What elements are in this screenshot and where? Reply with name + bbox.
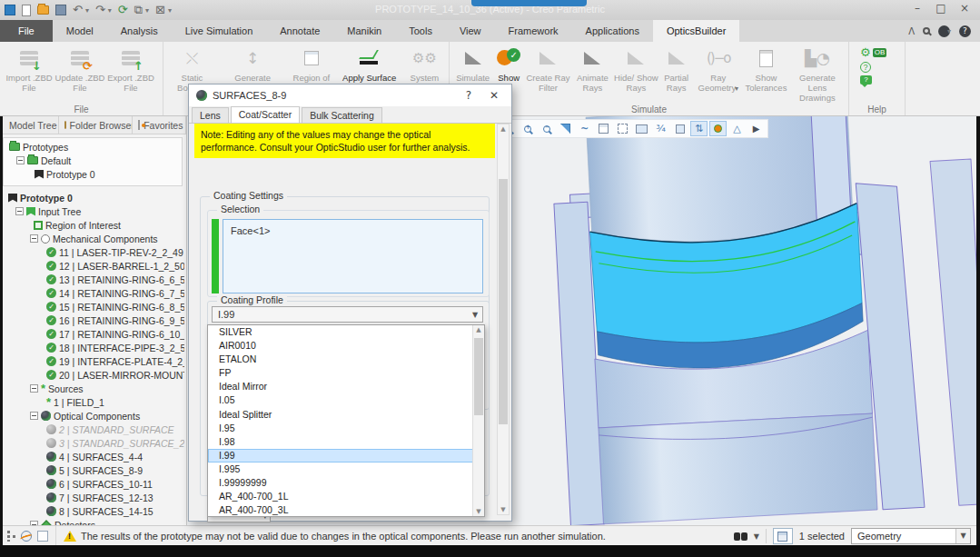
generate-lens-drawings-button[interactable]: ▙◔ Generate Lens Drawings <box>790 44 845 103</box>
tree-item[interactable]: 13 | RETAINING-RING-6_6_51 <box>3 273 184 286</box>
tab-tools[interactable]: Tools <box>395 20 446 42</box>
dropdown-item[interactable]: AIR0010 <box>208 339 484 353</box>
refit-icon[interactable] <box>557 121 574 136</box>
dropdown-item[interactable]: I.99999999 <box>208 476 484 490</box>
undo-dropdown-icon[interactable]: ▾ <box>85 6 89 15</box>
tab-folder-browser[interactable]: Folder Browser <box>59 116 134 134</box>
dropdown-item-selected[interactable]: I.99 <box>208 449 484 463</box>
tree-item[interactable]: 16 | RETAINING-RING-6_9_54 <box>3 313 184 327</box>
repaint-icon[interactable]: ~ <box>576 121 593 136</box>
tree-item[interactable]: 15 | RETAINING-RING-6_8_53 <box>3 300 184 313</box>
selection-filter-button[interactable] <box>773 528 793 544</box>
animate-rays-button[interactable]: Animate Rays <box>571 44 614 93</box>
tree-item[interactable]: 4 | SURFACES_4-4 <box>3 450 184 463</box>
dropdown-item[interactable]: Ideal Mirror <box>208 380 484 393</box>
dropdown-item[interactable]: Ideal Splitter <box>208 408 484 422</box>
zoom-out-icon[interactable]: − <box>538 121 555 136</box>
tree-item[interactable]: 17 | RETAINING-RING-6_10_55 <box>3 327 184 341</box>
tree-item[interactable]: 18 | INTERFACE-PIPE-3_2_56 <box>3 341 184 354</box>
tree-item[interactable]: 11 | LASER-TIP-REV-2_2_49 <box>3 245 184 259</box>
tree-item[interactable]: Input Tree <box>3 204 184 218</box>
tab-coat-scatter[interactable]: Coat/Scatter <box>231 106 300 123</box>
tab-file[interactable]: File <box>0 20 53 42</box>
tree-item[interactable]: 12 | LASER-BARREL-1_2_50 <box>3 259 184 273</box>
tree-item[interactable]: 6 | SURFACES_10-11 <box>3 477 184 491</box>
chevron-down-icon[interactable]: ▼ <box>955 529 970 543</box>
browser-icon[interactable] <box>21 531 32 542</box>
search-icon[interactable] <box>923 27 930 35</box>
tree-item-prototype0[interactable]: Prototype 0 <box>4 167 182 181</box>
tab-favorites[interactable]: Favorites <box>133 116 186 134</box>
create-ray-filter-button[interactable]: Create Ray Filter <box>525 44 571 93</box>
apply-surface-button[interactable]: Apply Surface <box>334 44 404 83</box>
tree-item[interactable]: Region of Interest <box>3 218 184 232</box>
dropdown-item[interactable]: FP <box>208 366 484 380</box>
maximize-button[interactable]: □ <box>929 0 953 18</box>
export-zbd-button[interactable]: ↑ Export .ZBD File <box>105 44 156 93</box>
close-window-icon[interactable]: ⊠ <box>155 3 165 17</box>
session-dropdown-icon[interactable]: ▾ <box>947 27 951 35</box>
tree-item[interactable]: Prototype 0 <box>3 191 184 204</box>
dropdown-item[interactable]: I.95 <box>208 422 484 435</box>
feedback-bubble-icon[interactable]: ? <box>860 75 872 85</box>
redo-icon[interactable]: ↷ <box>95 3 105 17</box>
tab-framework[interactable]: Framework <box>495 20 572 42</box>
tree-item[interactable]: *1 | FIELD_1 <box>3 395 184 409</box>
import-zbd-button[interactable]: ↓ Import .ZBD File <box>4 44 54 93</box>
dropdown-item[interactable]: SILVER <box>208 325 484 339</box>
collapse-ribbon-icon[interactable]: ᐱ <box>908 26 915 36</box>
annotation-display-icon[interactable] <box>671 121 688 136</box>
navigator-toggle-icon[interactable] <box>7 531 15 542</box>
update-zbd-button[interactable]: ⟳ Update .ZBD File <box>54 44 105 93</box>
customize-toolbar-icon[interactable]: ▾ <box>168 6 172 15</box>
show-button[interactable]: ✓ Show <box>492 44 525 83</box>
dropdown-item[interactable]: I.05 <box>208 393 484 407</box>
display-style-icon[interactable] <box>595 121 612 136</box>
dialog-title-bar[interactable]: SURFACES_8-9 ? ✕ <box>189 85 511 106</box>
tree-item[interactable]: Mechanical Components <box>3 232 184 245</box>
dropdown-item[interactable]: AR_400-700_3L <box>208 503 484 517</box>
simulate-button[interactable]: Simulate <box>453 44 492 83</box>
chevron-down-icon[interactable]: ▼ <box>468 311 482 319</box>
tree-filter-icon[interactable]: ⇅ <box>690 121 708 136</box>
coating-profile-combobox[interactable]: I.99 ▼ <box>212 306 483 323</box>
datum-display-icon[interactable]: ¾ <box>652 121 669 136</box>
region-of-interest-button[interactable]: Region of <box>288 44 334 83</box>
collapse-icon[interactable] <box>16 156 25 164</box>
minimize-button[interactable]: – <box>906 0 929 18</box>
selection-field[interactable]: Face<1> <box>223 219 483 293</box>
tree-item-default[interactable]: Default <box>4 154 182 167</box>
system-button[interactable]: ⚙⚙ System <box>404 44 445 83</box>
zoom-in-icon[interactable]: + <box>519 121 536 136</box>
scrollbar-thumb[interactable] <box>499 179 508 424</box>
dialog-scrollbar[interactable]: ▲ ▼ <box>497 124 510 515</box>
dropdown-item[interactable]: AR_400-700_1L <box>208 490 484 503</box>
help-icon[interactable]: ? <box>959 25 971 37</box>
model-display-toggle-icon[interactable] <box>37 531 48 542</box>
dropdown-item[interactable]: ETALON <box>208 353 484 366</box>
dropdown-item[interactable]: I.995 <box>208 463 484 476</box>
collapse-icon[interactable] <box>30 384 38 393</box>
tree-item[interactable]: 7 | SURFACES_12-13 <box>3 491 184 504</box>
new-file-icon[interactable] <box>22 5 31 16</box>
tree-item[interactable]: 3 | STANDARD_SURFACE_2 <box>3 436 184 450</box>
hide-show-rays-button[interactable]: Hide/ Show Rays <box>614 44 658 93</box>
dialog-help-button[interactable]: ? <box>459 89 479 102</box>
optics-settings-gear-icon[interactable]: ⚙ <box>860 45 871 59</box>
tab-applications[interactable]: Applications <box>572 20 653 42</box>
scroll-down-icon[interactable]: ▼ <box>473 508 484 515</box>
scrollbar-thumb[interactable] <box>474 338 483 415</box>
tree-item[interactable]: 14 | RETAINING-RING-6_7_52 <box>3 286 184 300</box>
tree-item[interactable]: 2 | STANDARD_SURFACE <box>3 423 184 436</box>
tree-item[interactable]: Detectors <box>3 518 184 525</box>
tab-manikin[interactable]: Manikin <box>333 20 395 42</box>
hidden-line-icon[interactable] <box>614 121 631 136</box>
dialog-close-button[interactable]: ✕ <box>484 89 504 102</box>
tree-item-prototypes[interactable]: Prototypes <box>4 140 182 154</box>
dropdown-scrollbar[interactable]: ▲ ▼ <box>472 325 484 516</box>
find-icon[interactable] <box>734 532 747 541</box>
filter-combobox[interactable]: Geometry ▼ <box>851 528 971 544</box>
regenerate-icon[interactable]: ⟳ <box>118 3 128 17</box>
window-dropdown-icon[interactable]: ▾ <box>145 6 149 15</box>
open-file-icon[interactable] <box>37 5 49 15</box>
